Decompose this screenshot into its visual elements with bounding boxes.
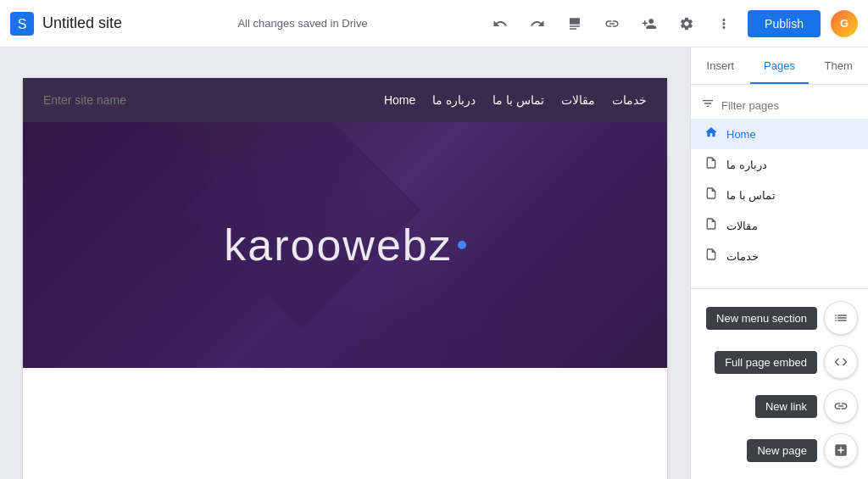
hero-brand-text: karoowebz xyxy=(224,220,452,270)
link-button[interactable] xyxy=(595,7,629,41)
page-icon-2 xyxy=(704,187,718,203)
panel-tabs: Insert Pages Them xyxy=(691,47,868,85)
page-icon-1 xyxy=(704,156,718,173)
undo-button[interactable] xyxy=(483,7,517,41)
page-label-home: Home xyxy=(726,128,756,141)
nav-home[interactable]: Home xyxy=(384,93,415,107)
page-label-درباره-ما: درباره ما xyxy=(726,159,767,171)
tab-pages[interactable]: Pages xyxy=(750,47,810,84)
hero-section: karoowebz xyxy=(23,122,667,368)
nav-خدمات[interactable]: خدمات xyxy=(612,93,647,107)
new-page-label: New page xyxy=(747,439,817,462)
svg-text:S: S xyxy=(18,17,27,31)
new-link-label: New link xyxy=(755,395,817,418)
filter-pages-input[interactable] xyxy=(721,99,858,112)
add-person-button[interactable] xyxy=(632,7,666,41)
filter-icon xyxy=(701,97,715,114)
action-row-new-page: New page xyxy=(691,428,868,472)
page-label-مقالات: مقالات xyxy=(726,220,758,232)
avatar[interactable]: G xyxy=(831,10,858,37)
new-link-button[interactable] xyxy=(824,389,858,423)
new-menu-section-button[interactable] xyxy=(824,301,858,335)
main-layout: Home درباره ما تماس با ما مقالات خدمات k… xyxy=(0,47,868,479)
filter-row xyxy=(691,92,868,119)
site-nav: Home درباره ما تماس با ما مقالات خدمات xyxy=(384,93,647,107)
page-label-خدمات: خدمات xyxy=(726,250,759,263)
home-icon xyxy=(704,125,718,142)
nav-تماس-با-ما[interactable]: تماس با ما xyxy=(492,93,544,107)
nav-مقالات[interactable]: مقالات xyxy=(561,93,595,107)
action-row-new-link: New link xyxy=(691,384,868,428)
content-area xyxy=(23,368,667,479)
right-panel: Insert Pages Them Home xyxy=(690,47,868,479)
topbar-actions: Publish G xyxy=(483,7,858,41)
new-menu-section-label: New menu section xyxy=(706,307,817,330)
settings-button[interactable] xyxy=(670,7,704,41)
page-item-خدمات[interactable]: خدمات xyxy=(691,241,868,271)
page-item-تماس-با-ما[interactable]: تماس با ما xyxy=(691,180,868,210)
page-item-مقالات[interactable]: مقالات xyxy=(691,210,868,241)
page-item-home[interactable]: Home xyxy=(691,119,868,149)
hero-dot xyxy=(458,241,466,249)
redo-button[interactable] xyxy=(520,7,554,41)
hero-text: karoowebz xyxy=(224,220,465,270)
publish-button[interactable]: Publish xyxy=(748,10,821,37)
topbar: S Untitled site All changes saved in Dri… xyxy=(0,0,868,47)
topbar-center: All changes saved in Drive xyxy=(122,17,483,30)
page-label-تماس-با-ما: تماس با ما xyxy=(726,189,776,202)
tab-themes[interactable]: Them xyxy=(809,47,868,84)
top-ruler xyxy=(17,64,673,78)
site-title: Untitled site xyxy=(42,14,122,32)
new-page-button[interactable] xyxy=(824,433,858,467)
preview-button[interactable] xyxy=(558,7,592,41)
action-row-new-menu-section: New menu section xyxy=(691,296,868,340)
tab-insert[interactable]: Insert xyxy=(691,47,750,84)
site-name-input[interactable] xyxy=(43,93,192,107)
app-logo: S xyxy=(10,12,34,36)
page-item-درباره-ما[interactable]: درباره ما xyxy=(691,149,868,180)
full-page-embed-label: Full page embed xyxy=(715,351,817,374)
pages-panel: Home درباره ما تماس با ما مقالات xyxy=(691,85,868,288)
nav-درباره-ما[interactable]: درباره ما xyxy=(432,93,476,107)
saved-status: All changes saved in Drive xyxy=(237,17,367,30)
canvas-area: Home درباره ما تماس با ما مقالات خدمات k… xyxy=(0,47,690,479)
more-button[interactable] xyxy=(707,7,741,41)
action-row-full-page-embed: Full page embed xyxy=(691,340,868,384)
site-header: Home درباره ما تماس با ما مقالات خدمات xyxy=(23,78,667,122)
action-buttons: New menu section Full page embed New lin… xyxy=(691,288,868,479)
site-frame: Home درباره ما تماس با ما مقالات خدمات k… xyxy=(23,78,667,479)
page-icon-4 xyxy=(704,248,718,265)
full-page-embed-button[interactable] xyxy=(824,345,858,379)
page-icon-3 xyxy=(704,217,718,234)
